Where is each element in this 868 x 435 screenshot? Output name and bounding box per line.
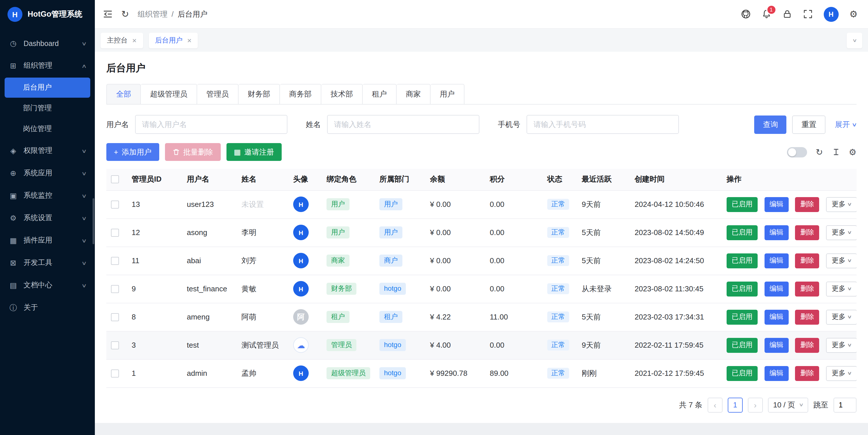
- sidebar-item-system-monitor[interactable]: ▣ 系统监控 ∨: [0, 184, 95, 207]
- edit-button[interactable]: 编辑: [764, 366, 788, 381]
- reload-table-icon[interactable]: ↻: [816, 147, 823, 157]
- sidebar-item-permissions[interactable]: ◈ 权限管理 ∨: [0, 139, 95, 162]
- role-tab-tech[interactable]: 技术部: [321, 84, 363, 104]
- delete-button[interactable]: 删除: [795, 338, 819, 352]
- avatar[interactable]: H: [293, 225, 309, 240]
- lock-screen-icon[interactable]: [782, 9, 792, 19]
- more-button[interactable]: 更多 ∨: [826, 225, 857, 240]
- row-checkbox[interactable]: [111, 228, 119, 237]
- enabled-button[interactable]: 已启用: [726, 338, 757, 352]
- enabled-button[interactable]: 已启用: [726, 309, 757, 324]
- github-icon[interactable]: [741, 9, 750, 19]
- sidebar-subitem-backend-users[interactable]: 后台用户: [5, 77, 90, 98]
- add-user-button[interactable]: + 添加用户: [106, 143, 159, 161]
- phone-input[interactable]: [527, 115, 679, 134]
- sidebar-scrollbar[interactable]: [93, 198, 94, 244]
- row-checkbox[interactable]: [111, 341, 119, 349]
- close-icon[interactable]: ×: [187, 36, 191, 44]
- edit-button[interactable]: 编辑: [764, 338, 788, 352]
- role-tab-tenant[interactable]: 租户: [363, 84, 397, 104]
- avatar[interactable]: H: [293, 196, 309, 212]
- enabled-button[interactable]: 已启用: [726, 281, 757, 296]
- collapse-sidebar-icon[interactable]: [103, 9, 113, 19]
- select-all-checkbox[interactable]: [111, 176, 119, 184]
- page-size-select[interactable]: 10 / 页 ∨: [768, 397, 808, 412]
- enabled-button[interactable]: 已启用: [726, 225, 757, 240]
- sidebar-item-plugins[interactable]: ▦ 插件应用 ∨: [0, 229, 95, 252]
- notifications-bell-icon[interactable]: 1: [762, 9, 771, 19]
- breadcrumb-page[interactable]: 后台用户: [178, 9, 208, 19]
- name-input[interactable]: [327, 115, 479, 134]
- invite-register-button[interactable]: ▦ 邀请注册: [226, 143, 282, 161]
- enabled-button[interactable]: 已启用: [726, 253, 757, 268]
- row-checkbox[interactable]: [111, 200, 119, 208]
- enabled-button[interactable]: 已启用: [726, 366, 757, 381]
- role-tab-all[interactable]: 全部: [106, 84, 141, 104]
- role-tab-merchant[interactable]: 商家: [397, 84, 431, 104]
- row-checkbox[interactable]: [111, 285, 119, 293]
- jump-to-input[interactable]: [834, 397, 857, 412]
- username-input[interactable]: [135, 115, 287, 134]
- role-tab-super-admin[interactable]: 超级管理员: [141, 84, 197, 104]
- row-checkbox[interactable]: [111, 313, 119, 321]
- avatar[interactable]: H: [293, 281, 309, 297]
- batch-delete-button[interactable]: 批量删除: [165, 143, 220, 161]
- avatar[interactable]: H: [293, 253, 309, 268]
- delete-button[interactable]: 删除: [795, 197, 819, 212]
- close-icon[interactable]: ×: [132, 36, 136, 44]
- enabled-button[interactable]: 已启用: [726, 197, 757, 212]
- more-button[interactable]: 更多 ∨: [826, 281, 857, 296]
- edit-button[interactable]: 编辑: [764, 281, 788, 296]
- sidebar-subitem-departments[interactable]: 部门管理: [5, 98, 90, 118]
- page-tab-backend-users[interactable]: 后台用户 ×: [149, 32, 198, 48]
- role-tab-user[interactable]: 用户: [431, 84, 464, 104]
- sidebar-item-system-apps[interactable]: ⊕ 系统应用 ∨: [0, 162, 95, 184]
- page-number-button[interactable]: 1: [728, 397, 743, 412]
- prev-page-button[interactable]: ‹: [708, 397, 722, 412]
- sidebar-item-about[interactable]: ⓘ 关于: [0, 297, 95, 319]
- edit-button[interactable]: 编辑: [764, 197, 788, 212]
- more-button[interactable]: 更多 ∨: [826, 309, 857, 324]
- avatar[interactable]: 阿: [293, 309, 309, 325]
- more-button[interactable]: 更多 ∨: [826, 366, 857, 381]
- sidebar-item-organization[interactable]: ⊞ 组织管理 ∧: [0, 55, 95, 77]
- delete-button[interactable]: 删除: [795, 281, 819, 296]
- app-logo[interactable]: H HotGo管理系统: [0, 0, 95, 29]
- sidebar-subitem-positions[interactable]: 岗位管理: [5, 119, 90, 139]
- breadcrumb-section[interactable]: 组织管理: [138, 9, 167, 19]
- edit-button[interactable]: 编辑: [764, 253, 788, 268]
- reset-button[interactable]: 重置: [793, 115, 826, 134]
- avatar[interactable]: H: [293, 366, 309, 381]
- more-button[interactable]: 更多 ∨: [826, 197, 857, 212]
- edit-button[interactable]: 编辑: [764, 225, 788, 240]
- delete-button[interactable]: 删除: [795, 309, 819, 324]
- user-avatar[interactable]: H: [824, 7, 838, 22]
- sidebar-item-system-settings[interactable]: ⚙ 系统设置 ∨: [0, 207, 95, 229]
- role-tab-finance[interactable]: 财务部: [239, 84, 280, 104]
- column-settings-gear-icon[interactable]: ⚙: [849, 147, 857, 157]
- edit-button[interactable]: 编辑: [764, 309, 788, 324]
- delete-button[interactable]: 删除: [795, 253, 819, 268]
- delete-button[interactable]: 删除: [795, 225, 819, 240]
- next-page-button[interactable]: ›: [748, 397, 763, 412]
- more-button[interactable]: 更多 ∨: [826, 338, 857, 352]
- expand-filters-link[interactable]: 展开 ∨: [835, 119, 857, 130]
- avatar[interactable]: ☁: [293, 337, 309, 353]
- search-button[interactable]: 查询: [754, 115, 787, 134]
- role-tab-admin[interactable]: 管理员: [197, 84, 239, 104]
- sidebar-item-dev-tools[interactable]: ⊠ 开发工具 ∨: [0, 252, 95, 274]
- row-checkbox[interactable]: [111, 256, 119, 265]
- more-button[interactable]: 更多 ∨: [826, 253, 857, 268]
- sidebar-item-docs[interactable]: ▤ 文档中心 ∨: [0, 274, 95, 297]
- row-density-icon[interactable]: [832, 148, 840, 156]
- role-tab-business[interactable]: 商务部: [280, 84, 321, 104]
- sidebar-item-dashboard[interactable]: ◷ Dashboard ∨: [0, 32, 95, 55]
- fullscreen-icon[interactable]: [803, 9, 812, 19]
- page-tab-console[interactable]: 主控台 ×: [101, 32, 143, 48]
- row-checkbox[interactable]: [111, 369, 119, 377]
- settings-gear-icon[interactable]: ⚙: [849, 9, 858, 20]
- refresh-icon[interactable]: ↻: [121, 9, 129, 20]
- striped-toggle[interactable]: [787, 147, 807, 157]
- delete-button[interactable]: 删除: [795, 366, 819, 381]
- tabs-more-button[interactable]: ∨: [847, 32, 862, 48]
